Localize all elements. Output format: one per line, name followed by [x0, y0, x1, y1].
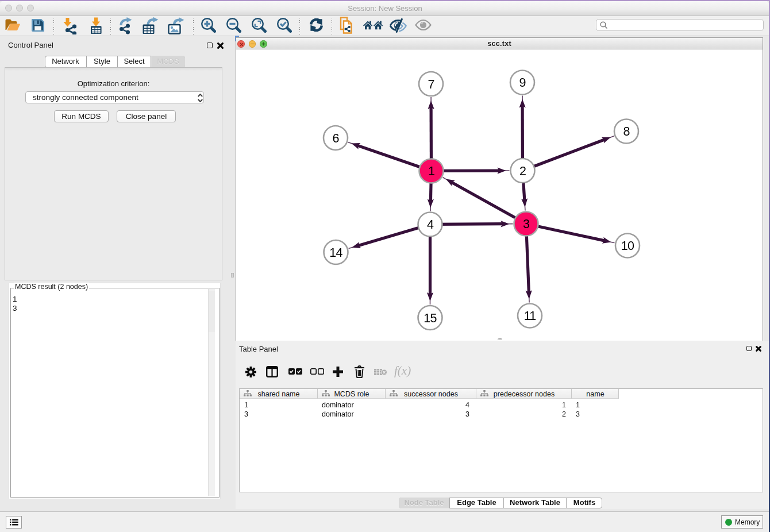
- svg-text:2: 2: [519, 164, 526, 178]
- svg-text:7: 7: [428, 78, 434, 91]
- svg-text:3: 3: [523, 217, 530, 231]
- svg-text:1: 1: [428, 164, 434, 178]
- svg-text:6: 6: [332, 132, 339, 145]
- svg-text:11: 11: [524, 309, 536, 323]
- svg-text:10: 10: [621, 239, 634, 253]
- svg-text:4: 4: [427, 218, 434, 232]
- svg-text:8: 8: [623, 125, 630, 138]
- svg-text:9: 9: [519, 76, 525, 90]
- svg-text:14: 14: [329, 246, 342, 260]
- svg-text:15: 15: [424, 311, 437, 325]
